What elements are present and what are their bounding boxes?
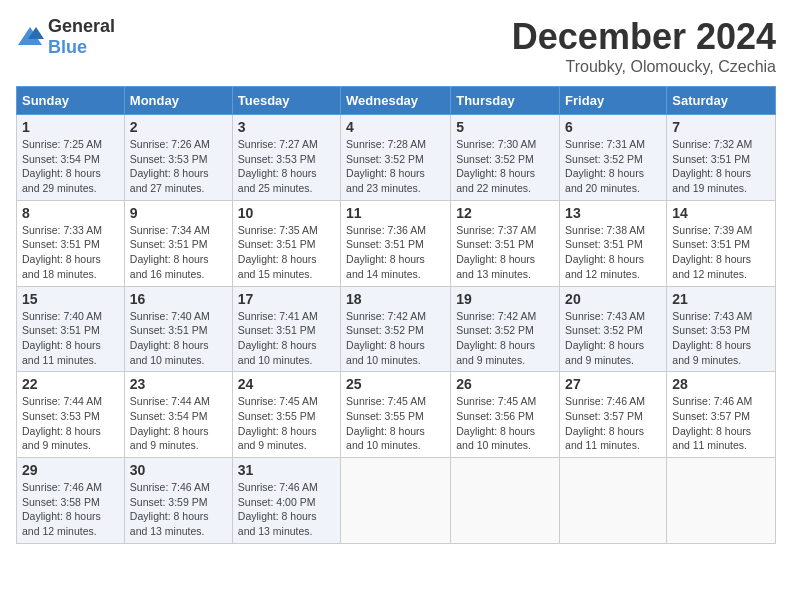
calendar-cell: 20Sunrise: 7:43 AMSunset: 3:52 PMDayligh… <box>560 286 667 372</box>
day-detail: Sunrise: 7:33 AMSunset: 3:51 PMDaylight:… <box>22 223 119 282</box>
day-number: 14 <box>672 205 770 221</box>
calendar-cell: 14Sunrise: 7:39 AMSunset: 3:51 PMDayligh… <box>667 200 776 286</box>
calendar-week-row: 22Sunrise: 7:44 AMSunset: 3:53 PMDayligh… <box>17 372 776 458</box>
day-detail: Sunrise: 7:46 AMSunset: 3:59 PMDaylight:… <box>130 480 227 539</box>
calendar-cell: 16Sunrise: 7:40 AMSunset: 3:51 PMDayligh… <box>124 286 232 372</box>
calendar-cell: 30Sunrise: 7:46 AMSunset: 3:59 PMDayligh… <box>124 458 232 544</box>
day-detail: Sunrise: 7:36 AMSunset: 3:51 PMDaylight:… <box>346 223 445 282</box>
day-number: 7 <box>672 119 770 135</box>
day-number: 13 <box>565 205 661 221</box>
calendar-cell: 28Sunrise: 7:46 AMSunset: 3:57 PMDayligh… <box>667 372 776 458</box>
day-detail: Sunrise: 7:37 AMSunset: 3:51 PMDaylight:… <box>456 223 554 282</box>
day-number: 21 <box>672 291 770 307</box>
calendar-cell: 17Sunrise: 7:41 AMSunset: 3:51 PMDayligh… <box>232 286 340 372</box>
calendar-week-row: 1Sunrise: 7:25 AMSunset: 3:54 PMDaylight… <box>17 115 776 201</box>
day-detail: Sunrise: 7:45 AMSunset: 3:55 PMDaylight:… <box>238 394 335 453</box>
calendar-cell: 27Sunrise: 7:46 AMSunset: 3:57 PMDayligh… <box>560 372 667 458</box>
day-number: 9 <box>130 205 227 221</box>
calendar-cell: 2Sunrise: 7:26 AMSunset: 3:53 PMDaylight… <box>124 115 232 201</box>
calendar-cell: 25Sunrise: 7:45 AMSunset: 3:55 PMDayligh… <box>341 372 451 458</box>
calendar-cell: 15Sunrise: 7:40 AMSunset: 3:51 PMDayligh… <box>17 286 125 372</box>
calendar-week-row: 8Sunrise: 7:33 AMSunset: 3:51 PMDaylight… <box>17 200 776 286</box>
calendar-cell: 8Sunrise: 7:33 AMSunset: 3:51 PMDaylight… <box>17 200 125 286</box>
header-cell-monday: Monday <box>124 87 232 115</box>
header-cell-thursday: Thursday <box>451 87 560 115</box>
calendar-cell: 3Sunrise: 7:27 AMSunset: 3:53 PMDaylight… <box>232 115 340 201</box>
location-title: Troubky, Olomoucky, Czechia <box>512 58 776 76</box>
logo: General Blue <box>16 16 115 58</box>
day-number: 26 <box>456 376 554 392</box>
day-detail: Sunrise: 7:44 AMSunset: 3:54 PMDaylight:… <box>130 394 227 453</box>
calendar-week-row: 29Sunrise: 7:46 AMSunset: 3:58 PMDayligh… <box>17 458 776 544</box>
calendar-cell: 18Sunrise: 7:42 AMSunset: 3:52 PMDayligh… <box>341 286 451 372</box>
day-number: 28 <box>672 376 770 392</box>
calendar-cell: 26Sunrise: 7:45 AMSunset: 3:56 PMDayligh… <box>451 372 560 458</box>
day-detail: Sunrise: 7:45 AMSunset: 3:56 PMDaylight:… <box>456 394 554 453</box>
day-number: 24 <box>238 376 335 392</box>
day-detail: Sunrise: 7:46 AMSunset: 4:00 PMDaylight:… <box>238 480 335 539</box>
calendar-cell: 24Sunrise: 7:45 AMSunset: 3:55 PMDayligh… <box>232 372 340 458</box>
calendar-cell <box>451 458 560 544</box>
day-detail: Sunrise: 7:39 AMSunset: 3:51 PMDaylight:… <box>672 223 770 282</box>
day-number: 8 <box>22 205 119 221</box>
day-number: 30 <box>130 462 227 478</box>
calendar-cell: 23Sunrise: 7:44 AMSunset: 3:54 PMDayligh… <box>124 372 232 458</box>
day-number: 12 <box>456 205 554 221</box>
calendar-cell: 7Sunrise: 7:32 AMSunset: 3:51 PMDaylight… <box>667 115 776 201</box>
day-detail: Sunrise: 7:38 AMSunset: 3:51 PMDaylight:… <box>565 223 661 282</box>
calendar-cell <box>667 458 776 544</box>
day-number: 3 <box>238 119 335 135</box>
calendar-cell: 31Sunrise: 7:46 AMSunset: 4:00 PMDayligh… <box>232 458 340 544</box>
day-detail: Sunrise: 7:43 AMSunset: 3:52 PMDaylight:… <box>565 309 661 368</box>
day-detail: Sunrise: 7:27 AMSunset: 3:53 PMDaylight:… <box>238 137 335 196</box>
day-detail: Sunrise: 7:31 AMSunset: 3:52 PMDaylight:… <box>565 137 661 196</box>
day-detail: Sunrise: 7:43 AMSunset: 3:53 PMDaylight:… <box>672 309 770 368</box>
header-cell-tuesday: Tuesday <box>232 87 340 115</box>
calendar-cell: 11Sunrise: 7:36 AMSunset: 3:51 PMDayligh… <box>341 200 451 286</box>
day-detail: Sunrise: 7:40 AMSunset: 3:51 PMDaylight:… <box>22 309 119 368</box>
day-number: 22 <box>22 376 119 392</box>
calendar-cell: 1Sunrise: 7:25 AMSunset: 3:54 PMDaylight… <box>17 115 125 201</box>
day-number: 27 <box>565 376 661 392</box>
day-number: 29 <box>22 462 119 478</box>
day-detail: Sunrise: 7:30 AMSunset: 3:52 PMDaylight:… <box>456 137 554 196</box>
calendar-cell: 9Sunrise: 7:34 AMSunset: 3:51 PMDaylight… <box>124 200 232 286</box>
day-detail: Sunrise: 7:46 AMSunset: 3:58 PMDaylight:… <box>22 480 119 539</box>
header-cell-saturday: Saturday <box>667 87 776 115</box>
day-detail: Sunrise: 7:45 AMSunset: 3:55 PMDaylight:… <box>346 394 445 453</box>
calendar-cell: 19Sunrise: 7:42 AMSunset: 3:52 PMDayligh… <box>451 286 560 372</box>
header: General Blue December 2024 Troubky, Olom… <box>16 16 776 76</box>
day-detail: Sunrise: 7:44 AMSunset: 3:53 PMDaylight:… <box>22 394 119 453</box>
day-number: 10 <box>238 205 335 221</box>
header-cell-wednesday: Wednesday <box>341 87 451 115</box>
day-detail: Sunrise: 7:41 AMSunset: 3:51 PMDaylight:… <box>238 309 335 368</box>
day-number: 11 <box>346 205 445 221</box>
calendar-cell: 13Sunrise: 7:38 AMSunset: 3:51 PMDayligh… <box>560 200 667 286</box>
calendar-body: 1Sunrise: 7:25 AMSunset: 3:54 PMDaylight… <box>17 115 776 544</box>
day-number: 1 <box>22 119 119 135</box>
day-detail: Sunrise: 7:40 AMSunset: 3:51 PMDaylight:… <box>130 309 227 368</box>
calendar-cell: 12Sunrise: 7:37 AMSunset: 3:51 PMDayligh… <box>451 200 560 286</box>
day-detail: Sunrise: 7:46 AMSunset: 3:57 PMDaylight:… <box>672 394 770 453</box>
logo-icon <box>16 25 44 49</box>
calendar-cell: 29Sunrise: 7:46 AMSunset: 3:58 PMDayligh… <box>17 458 125 544</box>
calendar-cell: 10Sunrise: 7:35 AMSunset: 3:51 PMDayligh… <box>232 200 340 286</box>
day-number: 31 <box>238 462 335 478</box>
month-title: December 2024 <box>512 16 776 58</box>
day-detail: Sunrise: 7:35 AMSunset: 3:51 PMDaylight:… <box>238 223 335 282</box>
day-detail: Sunrise: 7:28 AMSunset: 3:52 PMDaylight:… <box>346 137 445 196</box>
calendar-cell: 4Sunrise: 7:28 AMSunset: 3:52 PMDaylight… <box>341 115 451 201</box>
day-number: 25 <box>346 376 445 392</box>
calendar-cell: 21Sunrise: 7:43 AMSunset: 3:53 PMDayligh… <box>667 286 776 372</box>
calendar-header-row: SundayMondayTuesdayWednesdayThursdayFrid… <box>17 87 776 115</box>
day-detail: Sunrise: 7:34 AMSunset: 3:51 PMDaylight:… <box>130 223 227 282</box>
calendar-cell <box>560 458 667 544</box>
calendar-week-row: 15Sunrise: 7:40 AMSunset: 3:51 PMDayligh… <box>17 286 776 372</box>
day-number: 18 <box>346 291 445 307</box>
day-number: 6 <box>565 119 661 135</box>
day-number: 4 <box>346 119 445 135</box>
day-number: 23 <box>130 376 227 392</box>
day-number: 17 <box>238 291 335 307</box>
header-cell-friday: Friday <box>560 87 667 115</box>
day-number: 15 <box>22 291 119 307</box>
